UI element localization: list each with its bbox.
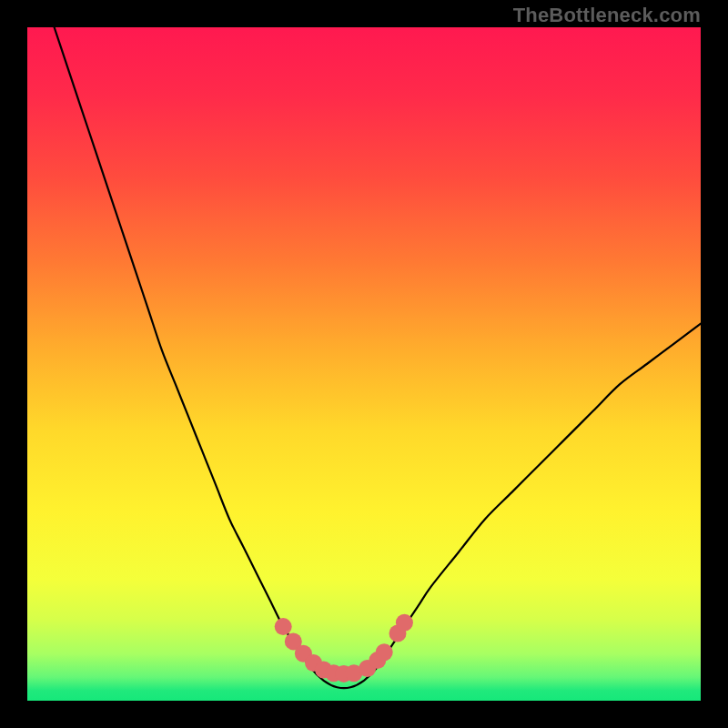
highlight-dot	[376, 643, 393, 661]
watermark-text: TheBottleneck.com	[513, 4, 701, 27]
highlight-markers	[275, 614, 413, 682]
highlight-dot	[396, 614, 413, 632]
highlight-dot	[275, 618, 292, 635]
chart-plot	[27, 27, 701, 701]
bottleneck-curve	[55, 27, 701, 688]
chart-frame	[27, 27, 701, 701]
